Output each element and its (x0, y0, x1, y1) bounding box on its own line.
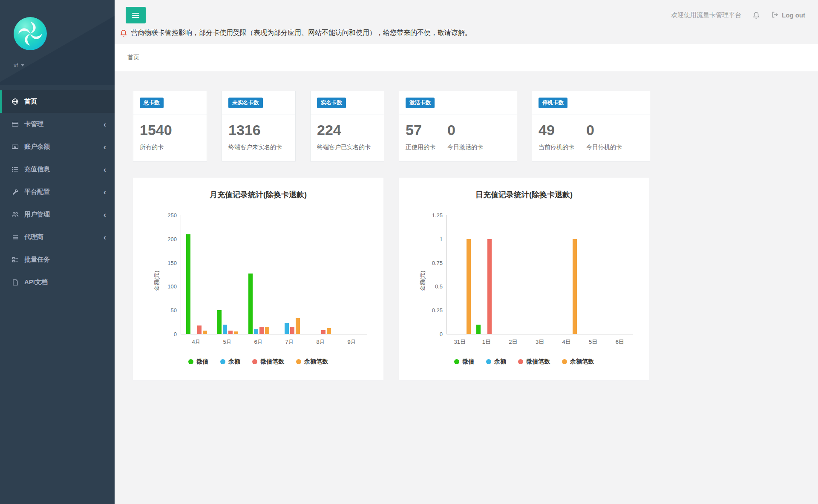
bar-group (580, 215, 606, 334)
legend-dot (252, 359, 257, 364)
bar-group (212, 215, 243, 334)
y-axis-title: 金额(元) (419, 271, 426, 291)
legend-item[interactable]: 余额 (220, 358, 240, 366)
bar-group (553, 215, 580, 334)
y-tick-label: 100 (167, 283, 177, 290)
stat-card-suspended: 停机卡数 49 当前停机的卡 0 今日停机的卡 (532, 91, 650, 161)
legend-label: 微信 (462, 358, 474, 366)
stat-value: 49 (539, 122, 574, 138)
legend-dot (220, 359, 225, 364)
x-tick-label: 9月 (336, 334, 367, 346)
welcome-text: 欢迎使用流量卡管理平台 (671, 11, 741, 19)
sidebar-item-agents[interactable]: 代理商 ‹ (0, 226, 115, 248)
bar (285, 323, 289, 334)
y-tick-label: 1 (440, 236, 443, 242)
sidebar-item-platform-config[interactable]: 平台配置 ‹ (0, 181, 115, 203)
sidebar-item-api-docs[interactable]: API文档 (0, 271, 115, 294)
sidebar-item-home[interactable]: 首页 (0, 90, 115, 113)
stat-card-unverified: 未实名卡数 1316 终端客户未实名的卡 (222, 91, 296, 161)
sidebar-item-label: 平台配置 (24, 188, 50, 196)
breadcrumb-current[interactable]: 首页 (127, 54, 139, 60)
legend-label: 余额笔数 (304, 358, 328, 366)
stat-label: 终端客户未实名的卡 (228, 143, 282, 152)
navbar-right: 欢迎使用流量卡管理平台 Log out (671, 11, 805, 20)
chevron-left-icon: ‹ (104, 211, 106, 218)
credit-card-icon (11, 121, 19, 128)
user-menu[interactable]: xf (14, 62, 24, 69)
bar (217, 310, 222, 334)
bar-group (473, 215, 500, 334)
caret-down-icon (21, 64, 24, 66)
bar (203, 331, 207, 334)
y-axis-title: 金额(元) (153, 271, 161, 291)
bar-group (305, 215, 336, 334)
stat-value: 1316 (228, 122, 282, 138)
stat-label: 今日激活的卡 (447, 143, 483, 152)
bar (467, 239, 471, 334)
bar-groups (181, 215, 367, 334)
bar (327, 328, 331, 334)
x-tick-label: 4月 (181, 334, 212, 346)
stat-value: 224 (317, 122, 371, 138)
legend-dot (486, 359, 491, 364)
sidebar-item-card-management[interactable]: 卡管理 ‹ (0, 113, 115, 135)
hamburger-icon (132, 13, 139, 18)
bar (254, 329, 258, 334)
sidebar-item-batch-tasks[interactable]: 批量任务 (0, 248, 115, 271)
logout-label: Log out (782, 12, 805, 19)
legend-item[interactable]: 微信笔数 (252, 358, 284, 366)
legend-dot (562, 359, 567, 364)
legend-label: 微信笔数 (526, 358, 550, 366)
sidebar-item-account-balance[interactable]: 账户余额 ‹ (0, 135, 115, 158)
file-icon (11, 279, 19, 286)
chevron-left-icon: ‹ (104, 189, 106, 195)
y-tick-label: 0.5 (435, 283, 443, 290)
legend-dot (296, 359, 301, 364)
sidebar-menu: 首页 卡管理 ‹ 账户余额 ‹ (0, 85, 115, 294)
stat-card-header: 激活卡数 (399, 91, 517, 115)
legend-item[interactable]: 微信笔数 (518, 358, 550, 366)
bar-group (527, 215, 553, 334)
y-tick-label: 0.75 (432, 259, 443, 266)
money-icon (11, 143, 19, 150)
bar (321, 330, 325, 334)
stat-value: 1540 (140, 122, 172, 138)
notice-text: 营商物联卡管控影响，部分卡使用受限（表现为部分应用、网站不能访问和使用），给您带… (131, 29, 472, 37)
y-tick-label: 200 (167, 236, 177, 242)
app-logo (14, 17, 115, 52)
chevron-left-icon: ‹ (104, 121, 106, 127)
legend-item[interactable]: 微信 (454, 358, 474, 366)
logout-icon (771, 11, 778, 20)
chart-title: 月充值记录统计(除换卡退款) (143, 190, 373, 200)
alert-bell-icon (120, 29, 127, 37)
plot-wrap: 金额(元) 050100150200250 4月5月6月7月8月9月 (143, 215, 373, 346)
notifications-bell-icon[interactable] (752, 12, 760, 19)
sidebar-item-recharge-info[interactable]: 充值信息 ‹ (0, 158, 115, 181)
logout-button[interactable]: Log out (771, 11, 805, 20)
stat-badge: 总卡数 (140, 98, 164, 108)
bar (234, 331, 238, 334)
stat-badge: 停机卡数 (539, 98, 567, 108)
legend-item[interactable]: 微信 (188, 358, 208, 366)
legend-item[interactable]: 余额笔数 (562, 358, 594, 366)
sidebar-item-user-management[interactable]: 用户管理 ‹ (0, 203, 115, 226)
stat-card-header: 实名卡数 (311, 91, 384, 115)
chart-legend: 微信余额微信笔数余额笔数 (409, 358, 639, 366)
bar-group (447, 215, 473, 334)
menu-toggle-button[interactable] (126, 7, 146, 23)
legend-item[interactable]: 余额笔数 (296, 358, 328, 366)
bar (228, 331, 233, 334)
x-tick-label: 1日 (473, 334, 500, 346)
x-tick-label: 6日 (606, 334, 633, 346)
bar (573, 239, 577, 334)
top-navbar: 欢迎使用流量卡管理平台 Log out (115, 0, 818, 28)
bar (186, 234, 190, 334)
legend-item[interactable]: 余额 (486, 358, 506, 366)
bar (296, 318, 300, 334)
stat-metric: 49 当前停机的卡 (539, 122, 574, 152)
stat-card-header: 停机卡数 (532, 91, 650, 115)
stat-badge: 未实名卡数 (228, 98, 263, 108)
sidebar-item-label: 代理商 (24, 233, 43, 241)
legend-dot (518, 359, 523, 364)
users-icon (11, 211, 19, 218)
